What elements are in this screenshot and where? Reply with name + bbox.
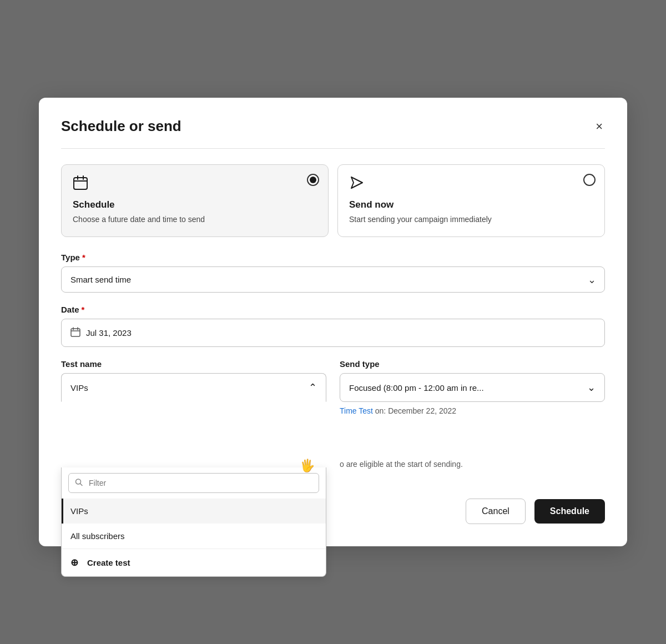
send-type-label: Send type (340, 359, 605, 369)
test-name-label: Test name (61, 359, 326, 369)
send-type-field-section: Send type Focused (8:00 pm - 12:00 am in… (340, 359, 605, 469)
dropdown-list: VIPs All subscribers ⊕ Create test (62, 499, 326, 576)
header-divider (61, 148, 605, 149)
send-now-radio[interactable] (583, 174, 596, 186)
schedule-radio[interactable] (307, 174, 319, 186)
send-icon (349, 175, 593, 194)
dropdown-item-create-test[interactable]: ⊕ Create test (62, 549, 326, 576)
dropdown-search-wrapper (62, 467, 326, 499)
send-type-info: Time Test on: December 22, 2022 (340, 406, 605, 415)
svg-rect-0 (74, 178, 87, 189)
send-now-title: Send now (349, 199, 593, 210)
modal-overlay: Schedule or send × Schedule Choose a fut… (0, 0, 666, 644)
date-field-section: Date * Jul 31, 2023 (61, 305, 605, 347)
type-required-star: * (82, 253, 85, 262)
modal-title: Schedule or send (61, 118, 181, 135)
test-name-select[interactable]: VIPs ⌃ (61, 373, 326, 402)
create-plus-icon: ⊕ (70, 557, 78, 568)
dropdown-item-all-subscribers[interactable]: All subscribers (62, 524, 326, 549)
two-col-row: Test name VIPs ⌃ (61, 359, 605, 481)
send-type-select-wrapper: Focused (8:00 pm - 12:00 am in re... ⌄ (340, 373, 605, 402)
date-label: Date * (61, 305, 605, 314)
type-select-wrapper: Smart send time ⌄ (61, 266, 605, 293)
dropdown-item-vips[interactable]: VIPs (62, 499, 326, 524)
date-required-star: * (82, 305, 85, 314)
test-name-chevron-icon: ⌃ (309, 381, 317, 394)
date-input[interactable]: Jul 31, 2023 (61, 319, 605, 347)
modal-dialog: Schedule or send × Schedule Choose a fut… (39, 98, 627, 546)
eligible-text: o are eligible at the start of sending. (340, 460, 605, 469)
close-button[interactable]: × (593, 118, 605, 135)
time-test-link[interactable]: Time Test (340, 406, 373, 415)
schedule-title: Schedule (73, 199, 317, 210)
options-row: Schedule Choose a future date and time t… (61, 164, 605, 237)
test-name-field-section: Test name VIPs ⌃ (61, 359, 326, 469)
send-type-select[interactable]: Focused (8:00 pm - 12:00 am in re... ⌄ (340, 373, 605, 402)
cursor-hand-icon: 🖐 (300, 459, 315, 473)
calendar-icon (73, 175, 317, 194)
date-calendar-icon (70, 327, 80, 339)
svg-rect-6 (71, 329, 80, 336)
schedule-button[interactable]: Schedule (534, 499, 605, 524)
modal-header: Schedule or send × (61, 118, 605, 135)
filter-search-icon (75, 479, 83, 488)
date-value: Jul 31, 2023 (86, 328, 132, 338)
test-name-dropdown: VIPs All subscribers ⊕ Create test (61, 467, 326, 577)
send-now-option-card[interactable]: Send now Start sending your campaign imm… (337, 164, 605, 237)
test-name-select-wrapper: VIPs ⌃ (61, 373, 326, 402)
info-on-text: on: December 22, 2022 (375, 406, 456, 415)
cancel-button[interactable]: Cancel (466, 499, 526, 524)
schedule-description: Choose a future date and time to send (73, 214, 317, 225)
schedule-option-card[interactable]: Schedule Choose a future date and time t… (61, 164, 329, 237)
send-now-description: Start sending your campaign immediately (349, 214, 593, 225)
type-select[interactable]: Smart send time (61, 266, 605, 293)
type-field-section: Type * Smart send time ⌄ (61, 253, 605, 293)
type-label: Type * (61, 253, 605, 262)
svg-line-11 (80, 484, 83, 486)
send-type-chevron-icon: ⌄ (587, 381, 596, 394)
filter-input[interactable] (68, 473, 319, 493)
svg-marker-4 (351, 177, 362, 188)
